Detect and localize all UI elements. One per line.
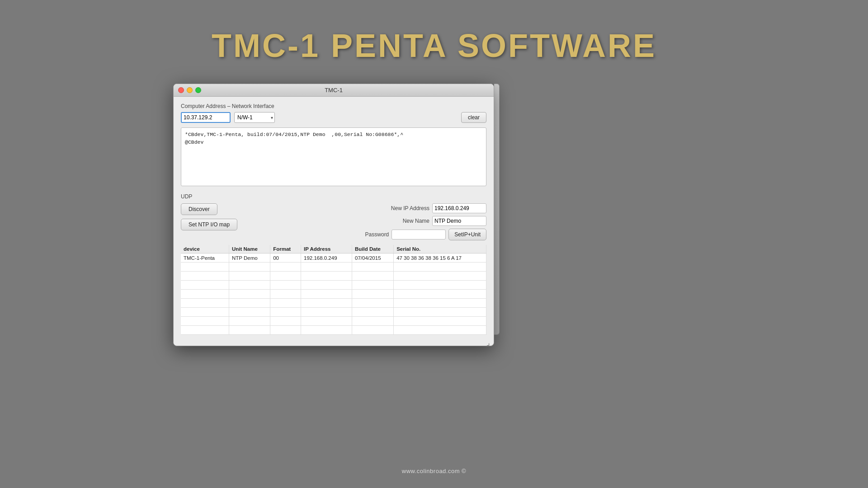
- clear-button[interactable]: clear: [461, 112, 486, 123]
- col-header-ip-address: IP Address: [301, 245, 352, 253]
- table-row: TMC-1-Penta NTP Demo 00 192.168.0.249 07…: [181, 253, 486, 263]
- address-row: N/W-1 N/W-2 N/W-3 ▾ clear: [181, 112, 486, 123]
- table-row: [181, 281, 486, 290]
- col-header-build-date: Build Date: [352, 245, 394, 253]
- col-header-device: device: [181, 245, 229, 253]
- password-row: Password SetIP+Unit: [348, 229, 486, 240]
- close-button[interactable]: [178, 87, 184, 93]
- footer: www.colinbroad.com ©: [0, 468, 868, 474]
- table-row: [181, 290, 486, 299]
- network-select-wrapper: N/W-1 N/W-2 N/W-3 ▾: [234, 112, 275, 123]
- application-window: TMC-1 Computer Address – Network Interfa…: [173, 84, 494, 346]
- col-header-format: Format: [270, 245, 301, 253]
- cell-format: 00: [270, 253, 301, 263]
- table-row: [181, 299, 486, 308]
- table-row: [181, 317, 486, 326]
- minimize-button[interactable]: [187, 87, 193, 93]
- table-row: [181, 263, 486, 272]
- window-title: TMC-1: [325, 87, 343, 94]
- discover-button[interactable]: Discover: [181, 203, 217, 215]
- window-content: Computer Address – Network Interface N/W…: [174, 97, 494, 341]
- cell-serial-no: 47 30 38 36 38 36 15 6 A 17: [394, 253, 486, 263]
- new-name-input[interactable]: [432, 216, 486, 226]
- cell-device: TMC-1-Penta: [181, 253, 229, 263]
- set-ntp-button[interactable]: Set NTP I/O map: [181, 219, 237, 230]
- address-section-label: Computer Address – Network Interface: [181, 103, 486, 109]
- cell-build-date: 07/04/2015: [352, 253, 394, 263]
- device-table: device Unit Name Format IP Address Build…: [181, 245, 486, 335]
- udp-right-panel: New IP Address New Name Password SetIP+U…: [348, 203, 486, 240]
- maximize-button[interactable]: [195, 87, 201, 93]
- col-header-unit-name: Unit Name: [229, 245, 270, 253]
- new-name-label: New Name: [389, 218, 429, 224]
- titlebar: TMC-1: [174, 84, 494, 97]
- password-input[interactable]: [392, 230, 446, 239]
- cell-unit-name: NTP Demo: [229, 253, 270, 263]
- udp-left-panel: Discover Set NTP I/O map: [181, 203, 341, 240]
- new-ip-label: New IP Address: [389, 205, 429, 211]
- window-controls: [178, 87, 201, 93]
- udp-section-label: UDP: [181, 193, 486, 200]
- password-label: Password: [348, 231, 389, 238]
- set-ip-unit-button[interactable]: SetIP+Unit: [448, 229, 486, 240]
- scrollbar-decoration: [494, 84, 500, 335]
- col-header-serial-no: Serial No.: [394, 245, 486, 253]
- new-name-row: New Name: [389, 216, 486, 226]
- cell-ip-address: 192.168.0.249: [301, 253, 352, 263]
- log-textarea[interactable]: *CBdev,TMC-1-Penta, build:07/04/2015,NTP…: [181, 127, 486, 186]
- table-row: [181, 326, 486, 335]
- new-ip-row: New IP Address: [389, 203, 486, 213]
- table-row: [181, 308, 486, 317]
- resize-handle[interactable]: ⌟: [486, 338, 492, 344]
- ip-input[interactable]: [181, 112, 231, 123]
- new-ip-input[interactable]: [432, 203, 486, 213]
- table-header-row: device Unit Name Format IP Address Build…: [181, 245, 486, 253]
- network-select[interactable]: N/W-1 N/W-2 N/W-3: [234, 112, 275, 123]
- table-row: [181, 272, 486, 281]
- page-title: TMC-1 PENTA SOFTWARE: [0, 0, 868, 64]
